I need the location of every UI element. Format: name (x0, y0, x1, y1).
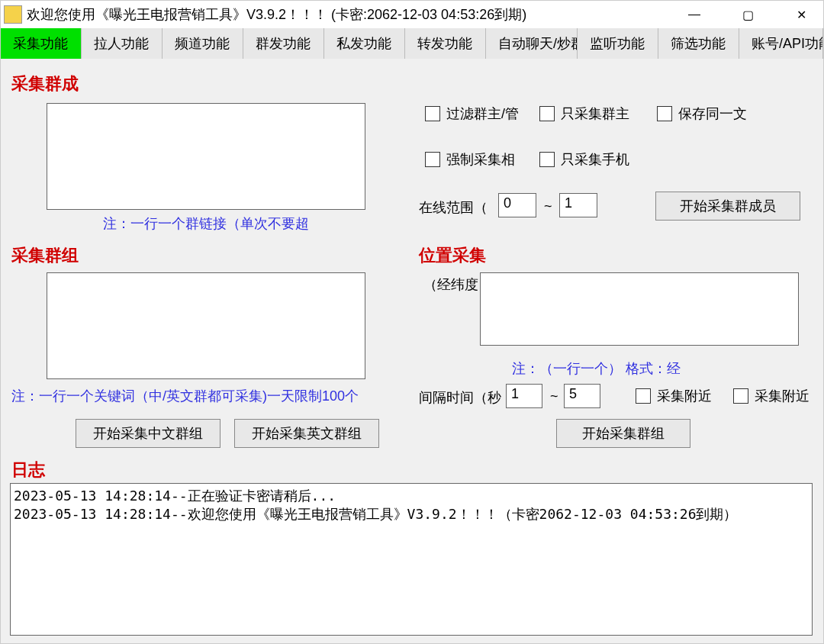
chk-filter-owner[interactable]: 过滤群主/管 (425, 105, 519, 123)
interval-label: 间隔时间（秒 (419, 388, 501, 407)
chk-label: 采集附近 (755, 387, 810, 405)
btn-collect-members[interactable]: 开始采集群成员 (655, 192, 800, 221)
tab-bar: 采集功能 拉人功能 频道功能 群发功能 私发功能 转发功能 自动聊天/炒群 监听… (1, 28, 823, 59)
latlng-textarea[interactable] (480, 272, 799, 346)
window-title: 欢迎您使用《曝光王电报营销工具》V3.9.2！！！ (卡密:2062-12-03… (27, 5, 683, 24)
latlng-note: 注：（一行一个） 格式：经 (512, 359, 710, 378)
checkbox-icon (733, 388, 748, 404)
minimize-icon[interactable]: — (683, 5, 706, 24)
tab-filter[interactable]: 筛选功能 (658, 28, 739, 59)
checkbox-icon (657, 106, 672, 121)
checkbox-icon (425, 152, 440, 167)
btn-collect-en-groups[interactable]: 开始采集英文群组 (234, 419, 379, 448)
app-icon (4, 5, 22, 24)
group-links-textarea[interactable] (47, 103, 365, 210)
log-textarea[interactable]: 2023-05-13 14:28:14--正在验证卡密请稍后... 2023-0… (10, 483, 813, 636)
chk-collect-nearby-1[interactable]: 采集附近 (636, 387, 712, 405)
keywords-note: 注：一行一个关键词（中/英文群都可采集)一天限制100个 (11, 387, 401, 405)
checkbox-icon (425, 106, 440, 121)
group-links-note: 注：一行一个群链接（单次不要超 (103, 214, 332, 233)
window-controls: — ▢ ✕ (683, 5, 813, 24)
tab-invite[interactable]: 拉人功能 (82, 28, 163, 59)
tab-autochat[interactable]: 自动聊天/炒群 (486, 28, 578, 59)
chk-label: 采集附近 (657, 387, 712, 405)
section-log-title: 日志 (11, 459, 45, 481)
latlng-label: （经纬度 (423, 275, 478, 294)
online-range-label: 在线范围（ (419, 198, 488, 217)
tab-account[interactable]: 账号/API功能 (739, 28, 823, 59)
interval-to[interactable]: 5 (564, 384, 600, 408)
chk-collect-nearby-2[interactable]: 采集附近 (733, 387, 810, 405)
chk-label: 只采集群主 (561, 105, 629, 123)
chk-label: 只采集手机 (561, 150, 629, 169)
tab-forward[interactable]: 转发功能 (405, 28, 486, 59)
chk-only-phone[interactable]: 只采集手机 (539, 150, 629, 169)
app-window: 欢迎您使用《曝光王电报营销工具》V3.9.2！！！ (卡密:2062-12-03… (0, 0, 824, 644)
tilde-1: ~ (544, 198, 552, 214)
online-range-from[interactable]: 0 (498, 193, 536, 217)
chk-force-collect[interactable]: 强制采集相 (425, 150, 515, 169)
content-area: 采集群成 注：一行一个群链接（单次不要超 过滤群主/管 只采集群主 保存同一文 … (1, 59, 823, 643)
online-range-to[interactable]: 1 (559, 193, 597, 217)
chk-label: 过滤群主/管 (446, 105, 519, 123)
titlebar: 欢迎您使用《曝光王电报营销工具》V3.9.2！！！ (卡密:2062-12-03… (1, 1, 823, 28)
section-location-title: 位置采集 (419, 244, 486, 267)
tab-monitor[interactable]: 监听功能 (578, 28, 658, 59)
section-collect-members-title: 采集群成 (11, 72, 79, 95)
tab-channel[interactable]: 频道功能 (163, 28, 243, 59)
maximize-icon[interactable]: ▢ (736, 5, 759, 24)
btn-collect-cn-groups[interactable]: 开始采集中文群组 (76, 419, 220, 448)
chk-save-same[interactable]: 保存同一文 (657, 105, 747, 123)
checkbox-icon (636, 388, 651, 404)
interval-from[interactable]: 1 (506, 384, 542, 408)
checkbox-icon (539, 152, 555, 167)
tab-collect[interactable]: 采集功能 (1, 28, 82, 59)
tab-mass[interactable]: 群发功能 (243, 28, 324, 59)
log-line: 2023-05-13 14:28:14--欢迎您使用《曝光王电报营销工具》V3.… (14, 506, 738, 522)
close-icon[interactable]: ✕ (790, 5, 813, 24)
log-line: 2023-05-13 14:28:14--正在验证卡密请稍后... (14, 488, 336, 504)
keywords-textarea[interactable] (47, 272, 365, 379)
chk-only-owner[interactable]: 只采集群主 (539, 105, 629, 123)
tab-private[interactable]: 私发功能 (324, 28, 405, 59)
tilde-2: ~ (550, 388, 558, 404)
checkbox-icon (539, 106, 555, 121)
chk-label: 保存同一文 (678, 105, 747, 123)
chk-label: 强制采集相 (446, 150, 515, 169)
section-collect-groups-title: 采集群组 (11, 244, 79, 267)
btn-collect-location-groups[interactable]: 开始采集群组 (556, 419, 690, 448)
